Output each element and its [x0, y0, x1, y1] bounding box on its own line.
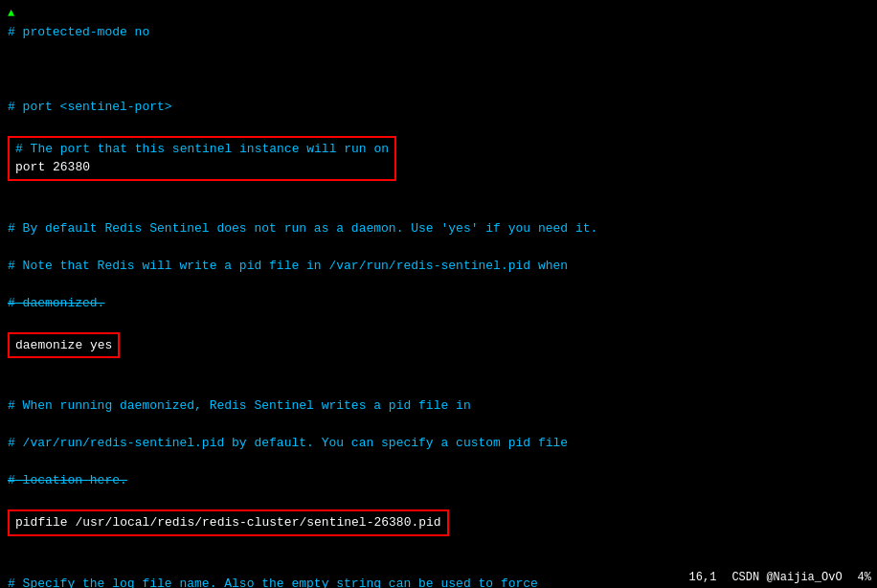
pidfile-highlight: pidfile /usr/local/redis/redis-cluster/s…: [8, 509, 449, 536]
scroll-percent: 4%: [858, 569, 871, 586]
line-empty-3: [8, 359, 869, 378]
terminal: ▲ # protected-mode no # port <sentinel-p…: [0, 0, 877, 588]
cursor-position: 16,1: [689, 569, 717, 586]
line-empty-2: [8, 182, 869, 201]
line-pidfile-comment3: # location here.: [8, 471, 869, 490]
port-comment-text: # The port that this sentinel instance w…: [15, 142, 389, 156]
line-daemon-comment1: # By default Redis Sentinel does not run…: [8, 219, 869, 238]
source-credit: CSDN @Naijia_OvO: [731, 569, 842, 586]
line-daemon-comment3: # daemonized.: [8, 294, 869, 313]
daemonize-value: daemonize yes: [15, 338, 112, 352]
top-indicator: ▲: [8, 7, 14, 20]
port-value: port 26380: [15, 160, 90, 174]
line-port-section: # The port that this sentinel instance w…: [8, 136, 396, 181]
line-empty-1: [8, 60, 869, 79]
line-daemon-comment2: # Note that Redis will write a pid file …: [8, 257, 869, 276]
status-bar: 16,1 CSDN @Naijia_OvO 4%: [684, 567, 877, 588]
line-empty-4: [8, 537, 869, 556]
line-port-comment: # port <sentinel-port>: [8, 98, 869, 117]
line-protected-mode: # protected-mode no: [8, 23, 869, 42]
pidfile-value: pidfile /usr/local/redis/redis-cluster/s…: [15, 515, 441, 530]
line-pidfile-comment2: # /var/run/redis-sentinel.pid by default…: [8, 434, 869, 453]
daemonize-highlight: daemonize yes: [8, 332, 120, 359]
line-pidfile-comment1: # When running daemonized, Redis Sentine…: [8, 396, 869, 416]
